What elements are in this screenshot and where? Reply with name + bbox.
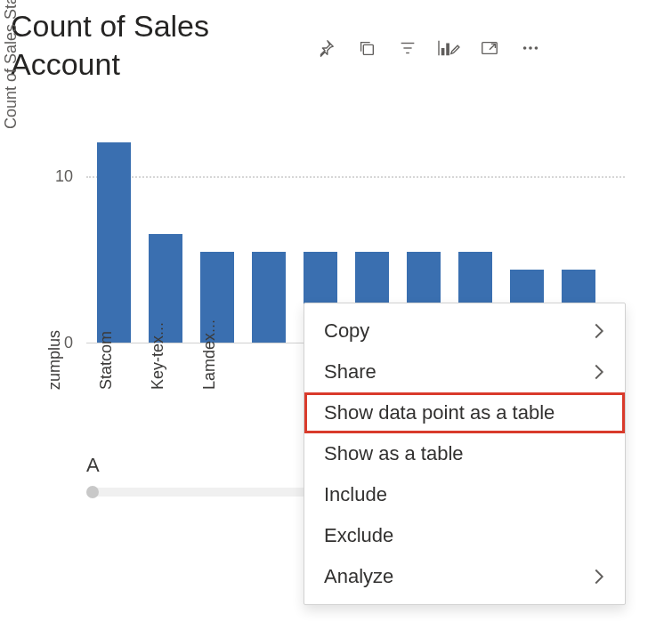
- menu-item-label: Share: [324, 360, 376, 384]
- svg-point-9: [529, 46, 532, 50]
- x-axis-title: A: [86, 454, 100, 477]
- menu-item-share[interactable]: Share: [304, 351, 625, 392]
- menu-item-exclude[interactable]: Exclude: [304, 515, 625, 556]
- x-tick-label: Lamdex...: [200, 356, 219, 390]
- menu-item-include[interactable]: Include: [304, 474, 625, 515]
- svg-point-10: [535, 46, 538, 50]
- context-menu: CopyShareShow data point as a tableShow …: [304, 303, 626, 605]
- focus-mode-icon[interactable]: [477, 36, 502, 61]
- chart-visual: Count of Sales Account: [0, 0, 672, 630]
- menu-item-copy[interactable]: Copy: [304, 311, 625, 351]
- y-axis-title: Count of Sales Stage ...: [2, 0, 20, 151]
- copy-icon[interactable]: [354, 36, 379, 61]
- svg-rect-6: [446, 43, 449, 55]
- menu-item-label: Exclude: [324, 524, 393, 547]
- menu-item-showdp[interactable]: Show data point as a table: [304, 392, 625, 433]
- bar[interactable]: [252, 252, 286, 343]
- bar[interactable]: [97, 142, 131, 343]
- filter-icon[interactable]: [395, 36, 420, 61]
- svg-rect-0: [363, 44, 373, 54]
- y-tick-label: 10: [46, 167, 73, 186]
- menu-item-label: Show as a table: [324, 442, 464, 465]
- personalize-icon[interactable]: [436, 36, 461, 61]
- x-tick-label: Statcom: [97, 356, 116, 390]
- svg-rect-5: [441, 48, 445, 55]
- menu-item-label: Analyze: [324, 565, 393, 588]
- visual-toolbar: [313, 36, 543, 61]
- menu-item-label: Copy: [324, 319, 369, 343]
- menu-item-label: Include: [324, 483, 387, 506]
- menu-item-showtbl[interactable]: Show as a table: [304, 433, 625, 474]
- x-tick-label: zumplus: [45, 356, 64, 390]
- chart-title: Count of Sales Account: [11, 7, 304, 83]
- svg-point-8: [523, 46, 527, 50]
- x-tick-label: Key-tex...: [149, 356, 167, 390]
- more-options-icon[interactable]: [518, 36, 543, 61]
- x-scrollbar-thumb[interactable]: [86, 486, 99, 498]
- visual-header: Count of Sales Account: [11, 7, 661, 83]
- menu-item-analyze[interactable]: Analyze: [304, 556, 625, 597]
- menu-item-label: Show data point as a table: [324, 401, 555, 424]
- pin-icon[interactable]: [313, 36, 338, 61]
